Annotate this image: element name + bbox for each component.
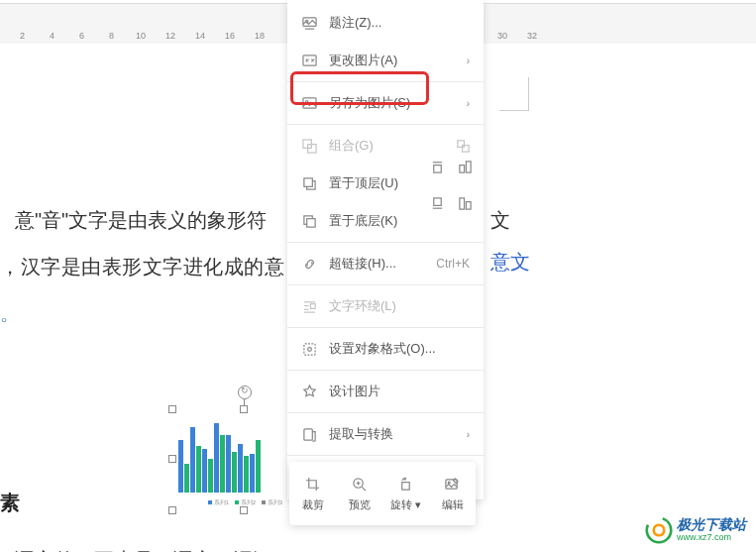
crop-icon (304, 476, 322, 494)
menu-label: 超链接(H)... (329, 255, 436, 273)
doc-paragraph-2: ，汉字是由表形文字进化成的意 (0, 249, 284, 284)
menu-label: 置于顶层(U) (329, 174, 470, 192)
edit-button[interactable]: 编辑 (429, 462, 476, 525)
menu-label: 题注(Z)... (329, 14, 470, 32)
front-quick-2[interactable] (458, 160, 473, 177)
extract-icon (301, 426, 317, 442)
menu-label: 设置对象格式(O)... (329, 340, 470, 358)
menu-label: 另存为图片(S) (329, 94, 467, 112)
menu-hyperlink[interactable]: 超链接(H)... Ctrl+K (287, 245, 484, 282)
svg-rect-34 (402, 483, 410, 491)
menu-bring-front[interactable]: 置于顶层(U) (287, 165, 484, 202)
bring-front-icon (301, 175, 317, 191)
resize-handle[interactable] (168, 405, 176, 413)
svg-rect-3 (302, 55, 315, 64)
resize-handle[interactable] (168, 506, 176, 514)
chevron-right-icon: › (467, 55, 470, 66)
svg-rect-13 (306, 218, 314, 226)
rotate-button[interactable]: 旋转 ▾ (382, 462, 429, 525)
resize-handle[interactable] (240, 405, 248, 413)
svg-rect-23 (434, 166, 442, 173)
format-icon (301, 341, 317, 357)
caption-icon (301, 15, 317, 31)
doc-suffix-vert: 文 (490, 202, 510, 238)
front-quick-1[interactable] (430, 160, 445, 177)
menu-text-wrap: 文字环绕(L) (287, 287, 484, 325)
toolbar-label: 旋转 ▾ (390, 497, 421, 512)
context-menu: 题注(Z)... 更改图片(A) › 另存为图片(S) › 组合(G) 置于顶层… (287, 0, 484, 499)
toolbar-label: 编辑 (442, 497, 464, 512)
menu-label: 组合(G) (329, 137, 470, 155)
menu-shortcut: Ctrl+K (436, 257, 470, 271)
doc-body-text: 语言的三要素是：语音、词汇 (15, 547, 272, 552)
zoom-icon (351, 476, 369, 494)
doc-heading: 素 (0, 490, 20, 516)
watermark-url: www.xz7.com (677, 533, 746, 543)
menu-caption[interactable]: 题注(Z)... (287, 4, 484, 42)
menu-change-pic[interactable]: 更改图片(A) › (287, 42, 484, 79)
svg-rect-25 (466, 162, 471, 172)
rotate-handle[interactable] (238, 386, 252, 399)
group-side-icon (456, 139, 470, 153)
svg-rect-19 (303, 343, 314, 354)
preview-button[interactable]: 预览 (336, 462, 382, 525)
menu-label: 置于底层(K) (329, 212, 470, 230)
menu-design-pic[interactable]: 设计图片 (287, 373, 484, 410)
rotate-icon (397, 476, 415, 494)
toolbar-label: 裁剪 (302, 497, 324, 512)
svg-rect-29 (466, 202, 471, 210)
watermark: 极光下载站 www.xz7.com (645, 516, 746, 544)
svg-point-20 (307, 347, 311, 351)
edit-icon (444, 476, 462, 494)
group-icon (301, 138, 317, 154)
watermark-title: 极光下载站 (677, 517, 746, 532)
design-icon (301, 384, 317, 399)
menu-extract[interactable]: 提取与转换 › (287, 415, 484, 453)
doc-period: 。 (0, 295, 20, 331)
menu-label: 设计图片 (329, 383, 470, 400)
chevron-right-icon: › (467, 429, 470, 440)
wrap-icon (301, 298, 317, 314)
back-quick-1[interactable] (430, 196, 445, 214)
link-text[interactable]: 意文 (490, 249, 530, 276)
svg-rect-28 (460, 198, 465, 209)
svg-rect-9 (463, 146, 470, 153)
back-quick-2[interactable] (458, 196, 473, 214)
menu-group: 组合(G) (287, 127, 484, 165)
doc-paragraph-1: 意"音"文字是由表义的象形符 (15, 202, 267, 238)
menu-label: 更改图片(A) (329, 52, 467, 69)
svg-rect-26 (434, 198, 442, 206)
crop-button[interactable]: 裁剪 (289, 462, 336, 525)
svg-line-31 (362, 487, 366, 491)
doc-body-suffix: 是： (490, 547, 530, 552)
menu-send-back[interactable]: 置于底层(K) (287, 202, 484, 240)
svg-point-37 (647, 518, 672, 543)
menu-label: 文字环绕(L) (329, 297, 470, 315)
svg-point-36 (448, 482, 450, 484)
image-toolbar: 裁剪 预览 旋转 ▾ 编辑 (289, 462, 476, 525)
change-pic-icon (301, 53, 317, 68)
toolbar-label: 预览 (349, 497, 371, 512)
svg-rect-16 (310, 303, 315, 308)
resize-handle[interactable] (168, 455, 176, 463)
svg-rect-24 (460, 166, 465, 173)
svg-rect-21 (303, 428, 311, 439)
resize-handle[interactable] (240, 506, 248, 514)
menu-save-as-pic[interactable]: 另存为图片(S) › (287, 84, 484, 122)
page-corner (499, 77, 529, 111)
send-back-icon (301, 213, 317, 229)
svg-rect-11 (303, 177, 311, 185)
svg-rect-8 (458, 141, 465, 148)
menu-label: 提取与转换 (329, 425, 467, 443)
chevron-right-icon: › (467, 98, 470, 109)
watermark-logo-icon (645, 516, 673, 544)
menu-format-object[interactable]: 设置对象格式(O)... (287, 330, 484, 368)
link-icon (301, 256, 317, 272)
svg-rect-4 (302, 97, 315, 107)
save-pic-icon (301, 95, 317, 111)
